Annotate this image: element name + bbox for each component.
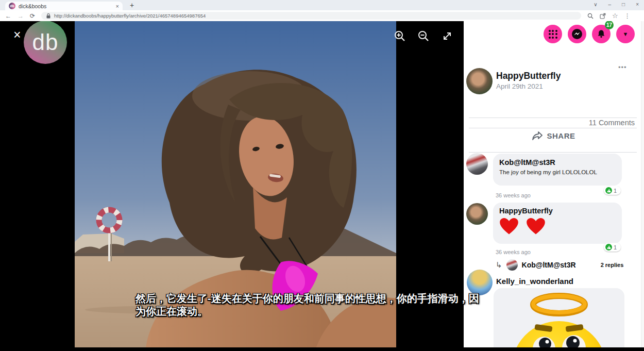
reply-author[interactable]: Kob@ltM@st3R [522,261,576,269]
share-label: SHARE [547,131,575,140]
subtitle-line-2: 为你正在滚动。 [135,305,514,318]
comment-author[interactable]: Kob@ltM@st3R [499,158,616,166]
bell-icon [596,29,606,39]
comment-text: The joy of being my girl LOLOLOLOL [499,169,616,175]
tab-close-icon[interactable]: × [116,3,119,9]
heart-icon [499,217,519,236]
comment-avatar[interactable] [466,153,488,175]
browser-toolbar: ← → ⟳ http://dickandboobs/happybutterfly… [0,10,644,21]
share-arrow-icon [532,131,543,140]
new-tab-button[interactable]: + [130,1,134,10]
angel-emoji [497,291,621,348]
lightbox-close-icon[interactable]: × [13,27,21,42]
heart-icon [526,217,546,236]
divider [469,118,637,118]
like-badge[interactable]: 1 [604,243,621,252]
comment-avatar[interactable] [467,270,493,295]
browser-menu-icon[interactable]: ⋮ [624,13,631,19]
subtitle-text: 然后，它发生了-迷失在关于你的朋友和前同事的性思想，你的手指滑动，因 为你正在滚… [135,292,514,318]
photo-viewer-controls [393,29,460,43]
window-restore-icon[interactable]: □ [622,2,625,7]
messenger-icon [571,28,583,40]
reply-arrow-icon: ↳ [496,260,502,270]
lock-icon [46,13,50,19]
chevron-down-icon: ▼ [623,31,629,37]
url-bar[interactable]: http://dickandboobs/happybutterfly/archi… [41,12,581,20]
zoom-page-icon[interactable] [587,13,594,19]
thumbs-up-icon [605,187,612,194]
site-logo[interactable]: db [24,21,67,64]
comment-time: 36 weeks ago [496,192,531,198]
browser-tab[interactable]: db dick&boobs × [5,2,123,10]
bookmark-star-icon[interactable]: ☆ [612,12,618,19]
divider [469,152,637,153]
window-minimize-icon[interactable]: – [608,2,612,7]
like-count: 1 [614,188,617,194]
reply-summary[interactable]: ↳ Kob@ltM@st3R 2 replies [496,259,640,271]
reload-icon[interactable]: ⟳ [30,13,35,19]
window-close-icon[interactable]: × [636,2,639,7]
letterbox-bar [0,347,644,351]
subtitle-line-1: 然后，它发生了-迷失在关于你的朋友和前同事的性思想，你的手指滑动，因 [135,292,514,305]
comment-bubble: HappyButterfly [493,203,622,244]
like-count: 1 [614,244,617,250]
share-button[interactable]: SHARE [464,131,644,140]
account-dropdown-button[interactable]: ▼ [616,25,635,43]
reply-avatar [506,259,518,271]
comment-author[interactable]: Kelly_in_wonderland [496,277,573,286]
zoom-in-icon[interactable] [393,29,406,43]
back-icon[interactable]: ← [5,13,11,19]
comment-avatar[interactable] [466,203,488,225]
panel-scrollbar[interactable] [641,21,644,348]
messenger-button[interactable] [568,25,586,43]
share-page-icon[interactable] [600,13,606,19]
comments-count[interactable]: 11 Comments [589,119,635,127]
notifications-button[interactable]: 17 [592,25,611,43]
divider [469,128,637,128]
window-chevron-icon[interactable]: ∨ [594,2,597,7]
browser-chrome: db dick&boobs × + ∨ – □ × ← → ⟳ http://d… [0,0,644,21]
comment-time: 36 weeks ago [496,249,531,255]
reply-count[interactable]: 2 replies [601,262,624,268]
url-text: http://dickandboobs/happybutterfly/archi… [54,13,206,19]
apps-grid-icon [549,30,557,39]
account-actions: 17 ▼ [544,25,635,43]
comment-bubble: Kob@ltM@st3R The joy of being my girl LO… [493,154,622,186]
tab-title: dick&boobs [19,3,113,9]
tab-strip: db dick&boobs × + ∨ – □ × [0,0,644,10]
favicon-db: db [9,3,15,9]
like-badge[interactable]: 1 [604,186,621,195]
comment-author[interactable]: HappyButterfly [499,207,616,215]
notification-badge: 17 [605,21,614,29]
apps-grid-button[interactable] [544,25,562,43]
heart-emojis [499,217,616,236]
forward-icon[interactable]: → [18,13,24,19]
post-author-avatar[interactable] [466,68,493,94]
post-author-name[interactable]: HappyButterfly [496,71,561,81]
game-screen: db dick&boobs × + ∨ – □ × ← → ⟳ http://d… [0,0,644,351]
post-menu-icon[interactable]: ••• [618,63,627,71]
zoom-out-icon[interactable] [417,29,430,43]
fullscreen-icon[interactable] [440,29,454,43]
post-date: April 29th 2021 [496,82,543,90]
thumbs-up-icon [605,244,612,250]
